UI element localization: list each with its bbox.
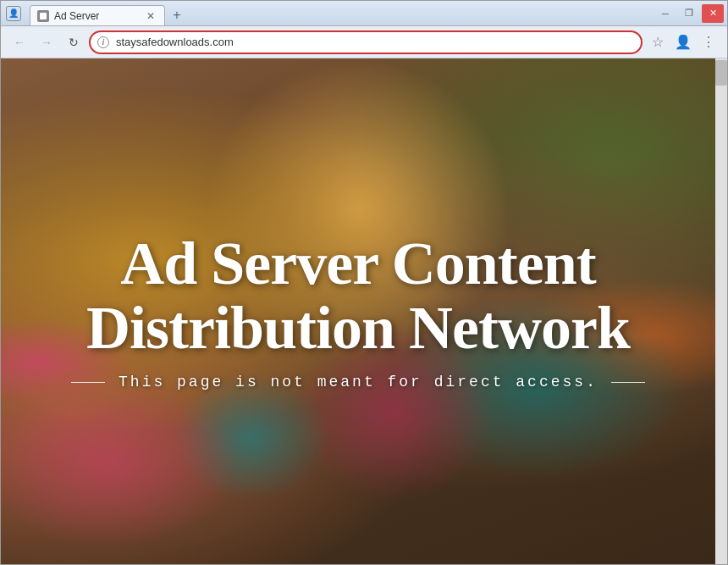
title-bar: 👤 Ad Server ✕ + ─ ❐ ✕ xyxy=(1,1,727,26)
scrollbar-thumb[interactable] xyxy=(715,60,727,86)
tab-close-button[interactable]: ✕ xyxy=(144,9,157,23)
browser-window: 👤 Ad Server ✕ + ─ ❐ ✕ ← → ↻ i ☆ 👤 ⋮ xyxy=(0,0,728,565)
new-tab-button[interactable]: + xyxy=(165,5,189,25)
webpage: Ad Server Content Distribution Network T… xyxy=(1,58,715,564)
tab-favicon xyxy=(37,10,49,22)
navigation-bar: ← → ↻ i ☆ 👤 ⋮ xyxy=(1,26,727,58)
subtitle-line: This page is not meant for direct access… xyxy=(71,374,645,391)
scrollbar-track[interactable] xyxy=(715,58,727,564)
subtitle-dash-right xyxy=(611,382,645,383)
content-wrapper: Ad Server Content Distribution Network T… xyxy=(1,58,727,564)
profile-area: 👤 xyxy=(1,1,26,25)
page-content: Ad Server Content Distribution Network T… xyxy=(1,58,715,564)
bookmark-button[interactable]: ☆ xyxy=(646,30,670,54)
browser-tab[interactable]: Ad Server ✕ xyxy=(30,5,165,25)
subtitle-dash-left xyxy=(71,382,105,383)
back-button[interactable]: ← xyxy=(8,30,31,54)
maximize-button[interactable]: ❐ xyxy=(678,4,700,23)
profile-icon: 👤 xyxy=(6,6,21,21)
url-input[interactable] xyxy=(89,30,643,54)
main-heading: Ad Server Content Distribution Network xyxy=(86,232,630,360)
close-button[interactable]: ✕ xyxy=(702,4,724,23)
heading-line2: Distribution Network xyxy=(86,294,630,362)
reload-button[interactable]: ↻ xyxy=(62,30,85,54)
profile-button[interactable]: 👤 xyxy=(671,30,695,54)
tab-title: Ad Server xyxy=(54,10,139,22)
heading-line1: Ad Server Content xyxy=(120,230,596,297)
tab-area: Ad Server ✕ + xyxy=(26,1,654,25)
menu-button[interactable]: ⋮ xyxy=(697,30,720,54)
minimize-button[interactable]: ─ xyxy=(654,4,676,23)
nav-actions: ☆ 👤 ⋮ xyxy=(646,30,720,54)
forward-button[interactable]: → xyxy=(35,30,58,54)
security-info-icon[interactable]: i xyxy=(97,36,109,48)
window-controls: ─ ❐ ✕ xyxy=(654,1,727,25)
url-bar-container: i xyxy=(89,30,643,54)
subtitle-text: This page is not meant for direct access… xyxy=(119,374,598,391)
